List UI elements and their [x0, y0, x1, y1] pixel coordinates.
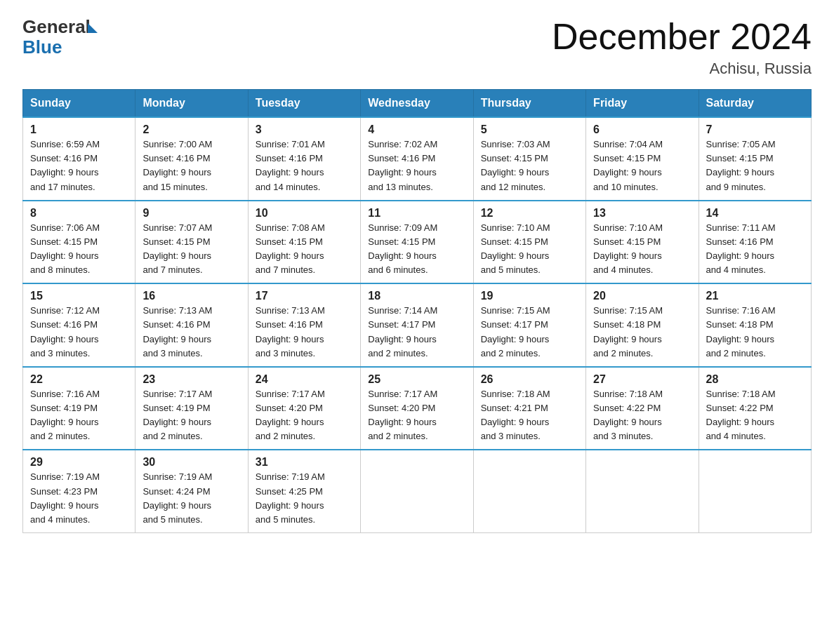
day-info: Sunrise: 7:19 AM Sunset: 4:23 PM Dayligh…: [30, 470, 128, 527]
day-number: 28: [706, 373, 804, 386]
day-info: Sunrise: 7:08 AM Sunset: 4:15 PM Dayligh…: [256, 221, 353, 278]
day-cell: 28 Sunrise: 7:18 AM Sunset: 4:22 PM Dayl…: [699, 367, 811, 450]
day-cell: 3 Sunrise: 7:01 AM Sunset: 4:16 PM Dayli…: [248, 117, 360, 201]
day-info: Sunrise: 6:59 AM Sunset: 4:16 PM Dayligh…: [30, 137, 128, 194]
day-number: 31: [256, 456, 353, 469]
day-cell: 13 Sunrise: 7:10 AM Sunset: 4:15 PM Dayl…: [586, 201, 699, 284]
day-cell: 7 Sunrise: 7:05 AM Sunset: 4:15 PM Dayli…: [699, 117, 811, 201]
day-info: Sunrise: 7:04 AM Sunset: 4:15 PM Dayligh…: [593, 137, 691, 194]
day-cell: [586, 450, 699, 532]
day-info: Sunrise: 7:19 AM Sunset: 4:25 PM Dayligh…: [256, 470, 353, 527]
day-number: 5: [481, 123, 578, 136]
week-row-1: 1 Sunrise: 6:59 AM Sunset: 4:16 PM Dayli…: [23, 117, 812, 201]
day-cell: 9 Sunrise: 7:07 AM Sunset: 4:15 PM Dayli…: [135, 201, 248, 284]
day-cell: 19 Sunrise: 7:15 AM Sunset: 4:17 PM Dayl…: [473, 283, 585, 367]
day-cell: 18 Sunrise: 7:14 AM Sunset: 4:17 PM Dayl…: [361, 283, 473, 367]
day-info: Sunrise: 7:13 AM Sunset: 4:16 PM Dayligh…: [256, 304, 353, 361]
day-info: Sunrise: 7:00 AM Sunset: 4:16 PM Dayligh…: [143, 137, 240, 194]
day-number: 21: [706, 290, 804, 302]
header-saturday: Saturday: [699, 90, 811, 118]
day-info: Sunrise: 7:06 AM Sunset: 4:15 PM Dayligh…: [30, 221, 128, 278]
day-cell: 25 Sunrise: 7:17 AM Sunset: 4:20 PM Dayl…: [361, 367, 473, 450]
day-cell: 21 Sunrise: 7:16 AM Sunset: 4:18 PM Dayl…: [699, 283, 811, 367]
day-cell: 2 Sunrise: 7:00 AM Sunset: 4:16 PM Dayli…: [135, 117, 248, 201]
day-info: Sunrise: 7:19 AM Sunset: 4:24 PM Dayligh…: [143, 470, 240, 527]
header-thursday: Thursday: [473, 90, 585, 118]
day-cell: 8 Sunrise: 7:06 AM Sunset: 4:15 PM Dayli…: [23, 201, 135, 284]
day-number: 30: [143, 456, 240, 469]
day-number: 7: [706, 123, 804, 136]
day-info: Sunrise: 7:17 AM Sunset: 4:19 PM Dayligh…: [143, 387, 240, 444]
header-wednesday: Wednesday: [361, 90, 473, 118]
header-friday: Friday: [586, 90, 699, 118]
day-cell: 23 Sunrise: 7:17 AM Sunset: 4:19 PM Dayl…: [135, 367, 248, 450]
day-number: 9: [143, 207, 240, 220]
day-number: 29: [30, 456, 128, 469]
day-number: 25: [368, 373, 465, 386]
day-number: 19: [481, 290, 578, 302]
day-number: 24: [256, 373, 353, 386]
day-number: 27: [593, 373, 691, 386]
week-row-5: 29 Sunrise: 7:19 AM Sunset: 4:23 PM Dayl…: [23, 450, 812, 532]
day-cell: 17 Sunrise: 7:13 AM Sunset: 4:16 PM Dayl…: [248, 283, 360, 367]
day-number: 4: [368, 123, 465, 136]
day-cell: 29 Sunrise: 7:19 AM Sunset: 4:23 PM Dayl…: [23, 450, 135, 532]
day-number: 2: [143, 123, 240, 136]
day-number: 3: [256, 123, 353, 136]
day-cell: 30 Sunrise: 7:19 AM Sunset: 4:24 PM Dayl…: [135, 450, 248, 532]
day-cell: [361, 450, 473, 532]
day-number: 13: [593, 207, 691, 220]
day-cell: 10 Sunrise: 7:08 AM Sunset: 4:15 PM Dayl…: [248, 201, 360, 284]
day-info: Sunrise: 7:10 AM Sunset: 4:15 PM Dayligh…: [481, 221, 578, 278]
day-number: 1: [30, 123, 128, 136]
day-cell: [699, 450, 811, 532]
header-tuesday: Tuesday: [248, 90, 360, 118]
day-number: 8: [30, 207, 128, 220]
day-cell: 22 Sunrise: 7:16 AM Sunset: 4:19 PM Dayl…: [23, 367, 135, 450]
day-number: 11: [368, 207, 465, 220]
day-cell: 1 Sunrise: 6:59 AM Sunset: 4:16 PM Dayli…: [23, 117, 135, 201]
day-info: Sunrise: 7:17 AM Sunset: 4:20 PM Dayligh…: [368, 387, 465, 444]
day-number: 14: [706, 207, 804, 220]
day-info: Sunrise: 7:15 AM Sunset: 4:18 PM Dayligh…: [593, 304, 691, 361]
day-info: Sunrise: 7:09 AM Sunset: 4:15 PM Dayligh…: [368, 221, 465, 278]
day-info: Sunrise: 7:02 AM Sunset: 4:16 PM Dayligh…: [368, 137, 465, 194]
day-number: 23: [143, 373, 240, 386]
day-cell: 16 Sunrise: 7:13 AM Sunset: 4:16 PM Dayl…: [135, 283, 248, 367]
day-number: 17: [256, 290, 353, 302]
day-number: 10: [256, 207, 353, 220]
logo-triangle-icon: [88, 23, 98, 33]
day-info: Sunrise: 7:10 AM Sunset: 4:15 PM Dayligh…: [593, 221, 691, 278]
page-header: General Blue December 2024 Achisu, Russi…: [22, 17, 812, 78]
day-cell: 26 Sunrise: 7:18 AM Sunset: 4:21 PM Dayl…: [473, 367, 585, 450]
day-info: Sunrise: 7:11 AM Sunset: 4:16 PM Dayligh…: [706, 221, 804, 278]
logo-general: General: [22, 17, 91, 37]
day-cell: 15 Sunrise: 7:12 AM Sunset: 4:16 PM Dayl…: [23, 283, 135, 367]
day-cell: 4 Sunrise: 7:02 AM Sunset: 4:16 PM Dayli…: [361, 117, 473, 201]
day-cell: 24 Sunrise: 7:17 AM Sunset: 4:20 PM Dayl…: [248, 367, 360, 450]
day-info: Sunrise: 7:17 AM Sunset: 4:20 PM Dayligh…: [256, 387, 353, 444]
day-info: Sunrise: 7:05 AM Sunset: 4:15 PM Dayligh…: [706, 137, 804, 194]
day-cell: 14 Sunrise: 7:11 AM Sunset: 4:16 PM Dayl…: [699, 201, 811, 284]
day-info: Sunrise: 7:18 AM Sunset: 4:21 PM Dayligh…: [481, 387, 578, 444]
week-row-4: 22 Sunrise: 7:16 AM Sunset: 4:19 PM Dayl…: [23, 367, 812, 450]
day-cell: 27 Sunrise: 7:18 AM Sunset: 4:22 PM Dayl…: [586, 367, 699, 450]
day-number: 26: [481, 373, 578, 386]
day-cell: 20 Sunrise: 7:15 AM Sunset: 4:18 PM Dayl…: [586, 283, 699, 367]
day-info: Sunrise: 7:13 AM Sunset: 4:16 PM Dayligh…: [143, 304, 240, 361]
logo: General Blue: [22, 17, 98, 57]
calendar-table: Sunday Monday Tuesday Wednesday Thursday…: [22, 89, 812, 533]
day-number: 22: [30, 373, 128, 386]
header-sunday: Sunday: [23, 90, 135, 118]
day-cell: 11 Sunrise: 7:09 AM Sunset: 4:15 PM Dayl…: [361, 201, 473, 284]
calendar-title: December 2024: [552, 17, 812, 57]
day-info: Sunrise: 7:12 AM Sunset: 4:16 PM Dayligh…: [30, 304, 128, 361]
day-info: Sunrise: 7:18 AM Sunset: 4:22 PM Dayligh…: [593, 387, 691, 444]
logo-blue: Blue: [22, 37, 98, 58]
calendar-subtitle: Achisu, Russia: [552, 60, 812, 78]
day-info: Sunrise: 7:16 AM Sunset: 4:18 PM Dayligh…: [706, 304, 804, 361]
day-info: Sunrise: 7:01 AM Sunset: 4:16 PM Dayligh…: [256, 137, 353, 194]
day-number: 6: [593, 123, 691, 136]
day-info: Sunrise: 7:15 AM Sunset: 4:17 PM Dayligh…: [481, 304, 578, 361]
day-number: 18: [368, 290, 465, 302]
